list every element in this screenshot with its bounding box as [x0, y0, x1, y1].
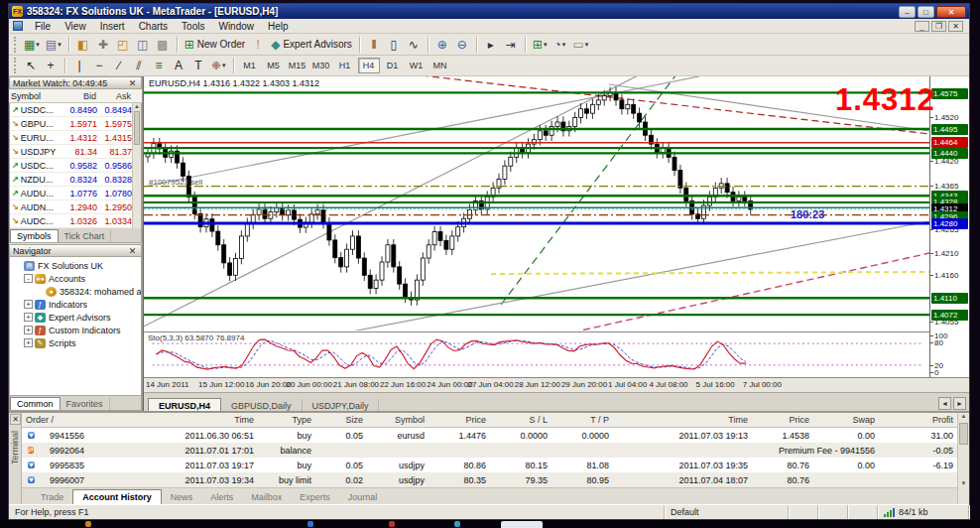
menu-file[interactable]: File [28, 20, 58, 33]
date-axis[interactable]: 14 Jun 201115 Jun 12:0016 Jun 20:0020 Ju… [144, 377, 969, 392]
templates-button[interactable]: ▭▾ [569, 36, 591, 54]
timeframe-m30[interactable]: M30 [310, 58, 332, 73]
menu-charts[interactable]: Charts [132, 20, 175, 33]
market-watch-close-icon[interactable]: ✕ [127, 78, 138, 88]
navigator-close-icon[interactable]: ✕ [127, 246, 138, 256]
timeframe-m5[interactable]: M5 [263, 58, 285, 73]
channel-tool[interactable]: ⫽ [129, 57, 149, 74]
taskbar-icon-1[interactable] [85, 521, 91, 527]
navigator-item-fx-solutions-uk[interactable]: ▤FX Solutions UK [10, 259, 141, 272]
timeframe-d1[interactable]: D1 [382, 58, 404, 73]
market-watch-caption[interactable]: Market Watch: 04:49:45 ✕ [9, 76, 142, 89]
scroll-left-icon[interactable]: ◄ [938, 397, 951, 410]
scroll-right-icon[interactable]: ► [953, 397, 966, 410]
market-watch-row[interactable]: ↘USDJPY81.3481.37 [10, 145, 141, 159]
tab-symbols[interactable]: Symbols [10, 229, 59, 242]
timeframe-m1[interactable]: M1 [239, 58, 261, 73]
line-chart-button[interactable]: ∿ [404, 36, 424, 54]
orders-col-t-p[interactable]: T / P [551, 415, 613, 425]
orders-col-price[interactable]: Price [752, 415, 813, 425]
menu-view[interactable]: View [58, 20, 93, 33]
taskbar-icon-2[interactable] [307, 521, 313, 527]
chart-shift-button[interactable]: ⇥ [501, 36, 521, 54]
trendline-tool[interactable]: ∕ [109, 57, 129, 74]
collapse-minus-icon[interactable]: - [24, 274, 33, 283]
navigator-item-358324-mohamed-ab[interactable]: ●358324: mohamed ab [10, 285, 141, 298]
order-row[interactable]: ▼99958352011.07.03 19:17buy0.05usdjpy80.… [22, 458, 957, 472]
cursor-tool[interactable]: ↖ [21, 57, 41, 74]
zoom-in-button[interactable]: ⊕ [432, 36, 452, 54]
status-profile[interactable]: Default [665, 505, 789, 519]
chart-window[interactable]: EURUSD,H4 1.4316 1.4322 1.4303 1.4312 1.… [143, 76, 969, 411]
order-row[interactable]: ▼99415562011.06.30 06:51buy0.05eurusd1.4… [22, 428, 957, 443]
chart-tab-eurusd-h4[interactable]: EURUSD,H4 [148, 398, 221, 411]
orders-col-profit[interactable]: Profit [879, 415, 957, 425]
navigator-item-scripts[interactable]: +✎Scripts [10, 336, 141, 349]
chart-restore-button[interactable]: ❐ [931, 21, 946, 32]
timeframe-mn[interactable]: MN [429, 58, 451, 73]
tab-tick-chart[interactable]: Tick Chart [59, 230, 112, 242]
orders-col-time[interactable]: Time [119, 415, 258, 425]
market-watch-row[interactable]: ↘AUDN...1.29401.2950 [10, 200, 141, 214]
col-ask[interactable]: Ask [96, 91, 132, 101]
terminal-tab-trade[interactable]: Trade [32, 490, 72, 504]
price-chart[interactable] [144, 76, 929, 330]
navigator-item-accounts[interactable]: -●●Accounts [10, 272, 141, 285]
chart-minimize-button[interactable]: _ [915, 21, 929, 32]
market-watch-row[interactable]: ↗AUDU...1.07761.0780 [10, 187, 141, 200]
zoom-out-button[interactable]: ⊖ [452, 36, 472, 54]
timeframe-h4[interactable]: H4 [358, 58, 380, 73]
timeframe-h1[interactable]: H1 [334, 58, 356, 73]
profiles[interactable]: ▤▾ [43, 36, 64, 54]
market-watch-row[interactable]: ↘GBPU...1.59711.5975 [10, 117, 141, 131]
orders-col-symbol[interactable]: Symbol [367, 415, 429, 425]
taskbar-active-button[interactable] [501, 521, 543, 528]
market-watch-row[interactable]: ↗USDC...0.84900.8494 [10, 103, 141, 117]
vertical-line-tool[interactable]: | [69, 57, 89, 74]
expert-advisors-button[interactable]: ◆Expert Advisors [268, 36, 355, 54]
periods-button[interactable]: ◔▾ [550, 36, 569, 54]
chart-tab-gbpusd-daily[interactable]: GBPUSD,Daily [221, 399, 303, 411]
auto-scroll-button[interactable]: ▸ [481, 36, 501, 54]
order-row[interactable]: ▼99960072011.07.03 19:34buy limit0.02usd… [22, 472, 957, 487]
market-watch-header[interactable]: Symbol Bid Ask [9, 89, 142, 103]
orders-col-s-l[interactable]: S / L [490, 415, 551, 425]
text-tool[interactable]: A [169, 57, 188, 74]
new-chart[interactable]: ▦▾ [21, 36, 43, 54]
minimize-button[interactable]: – [899, 6, 916, 18]
col-symbol[interactable]: Symbol [9, 91, 61, 101]
horizontal-line-tool[interactable]: − [89, 57, 109, 74]
fibonacci-tool[interactable]: ≡ [149, 57, 169, 74]
orders-col-type[interactable]: Type [258, 415, 315, 425]
terminal-scrollbar[interactable]: ▲▼ [957, 413, 969, 504]
bar-chart-button[interactable]: ‖ [364, 36, 384, 54]
order-row[interactable]: ⇄99920642011.07.01 17:01balancePremium F… [22, 443, 957, 458]
terminal-tab-journal[interactable]: Journal [339, 490, 387, 504]
navigator-toggle[interactable]: ◰ [113, 36, 133, 54]
col-bid[interactable]: Bid [61, 91, 96, 101]
navigator-item-expert-advisors[interactable]: +◆Expert Advisors [10, 311, 141, 324]
terminal-tab-alerts[interactable]: Alerts [201, 490, 242, 504]
expand-plus-icon[interactable]: + [24, 338, 33, 347]
market-watch-row[interactable]: ↗USDC...0.95820.9586 [10, 159, 141, 173]
orders-table-header[interactable]: Order /TimeTypeSizeSymbolPriceS / LT / P… [22, 413, 957, 428]
maximize-button[interactable]: □ [918, 6, 934, 18]
market-watch-row[interactable]: ↗NZDU...0.83240.8328 [10, 173, 141, 187]
navigator-item-indicators[interactable]: +ƒIndicators [10, 298, 141, 311]
strategy-tester-toggle[interactable]: ▩ [153, 36, 173, 54]
orders-col-time[interactable]: Time [613, 415, 752, 425]
menu-insert[interactable]: Insert [93, 20, 132, 33]
stochastic-pane[interactable] [144, 331, 929, 377]
terminal-close-icon[interactable]: ✕ [10, 414, 21, 425]
navigator-item-custom-indicators[interactable]: +ƒCustom Indicators [10, 324, 141, 336]
close-button[interactable]: ✕ [936, 6, 966, 18]
crosshair-tool[interactable]: + [41, 57, 61, 74]
metaeditor-button[interactable]: ! [248, 36, 268, 54]
orders-col-order-[interactable]: Order / [22, 415, 119, 425]
tab-favorites[interactable]: Favorites [61, 398, 110, 410]
navigator-caption[interactable]: Navigator ✕ [9, 244, 142, 257]
expand-plus-icon[interactable]: + [24, 300, 33, 309]
menu-help[interactable]: Help [261, 20, 296, 33]
market-watch-row[interactable]: ↘AUDC...1.03261.0334 [10, 214, 141, 228]
data-window-toggle[interactable]: ✚ [93, 36, 113, 54]
